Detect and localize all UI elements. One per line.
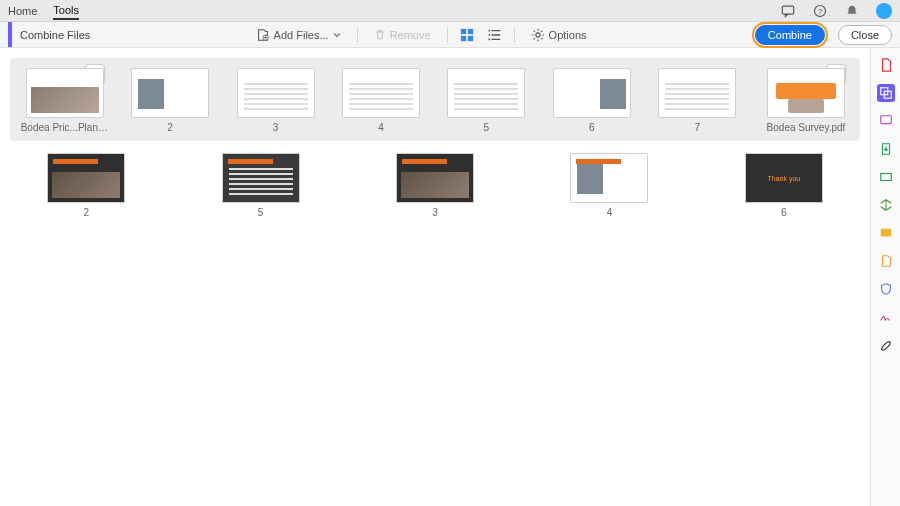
right-rail bbox=[870, 48, 900, 506]
remove-button: Remove bbox=[368, 27, 437, 43]
page-thumb bbox=[222, 153, 300, 203]
remove-label: Remove bbox=[390, 29, 431, 41]
doc2-label: Bodea Survey.pdf bbox=[767, 122, 846, 133]
help-icon[interactable]: ? bbox=[812, 3, 828, 19]
svg-point-9 bbox=[488, 34, 490, 36]
page-thumb bbox=[396, 153, 474, 203]
doc1-page-1[interactable]: ⋯ Bodea Pric...Plans.pptx bbox=[20, 68, 109, 133]
rail-redact-icon[interactable] bbox=[877, 336, 895, 354]
doc1-page-2[interactable]: 2 bbox=[125, 68, 214, 133]
menu-home[interactable]: Home bbox=[8, 3, 37, 19]
page-number: 4 bbox=[378, 122, 384, 133]
rail-sign-icon[interactable] bbox=[877, 308, 895, 326]
page-thumb bbox=[570, 153, 648, 203]
rail-export-icon[interactable] bbox=[877, 140, 895, 158]
doc1-page-5[interactable]: 5 bbox=[442, 68, 531, 133]
svg-rect-15 bbox=[880, 174, 891, 181]
combine-highlight: Combine bbox=[752, 22, 828, 48]
chevron-down-icon bbox=[333, 31, 341, 39]
page-number: 5 bbox=[484, 122, 490, 133]
add-files-label: Add Files... bbox=[274, 29, 329, 41]
page-thumb bbox=[131, 68, 209, 118]
rail-share-icon[interactable] bbox=[877, 252, 895, 270]
toolbar: Combine Files Add Files... Remove bbox=[0, 22, 900, 48]
svg-rect-5 bbox=[467, 28, 472, 33]
doc1-page-4[interactable]: 4 bbox=[336, 68, 425, 133]
add-files-icon bbox=[256, 28, 270, 42]
svg-rect-4 bbox=[460, 28, 465, 33]
rail-organize-icon[interactable] bbox=[877, 196, 895, 214]
doc2[interactable]: ⋯ Bodea Survey.pdf bbox=[762, 68, 850, 133]
loose-page-d[interactable]: 4 bbox=[533, 153, 685, 218]
page-number: 5 bbox=[258, 207, 264, 218]
comment-icon[interactable] bbox=[780, 3, 796, 19]
page-thumb bbox=[447, 68, 525, 118]
options-label: Options bbox=[549, 29, 587, 41]
page-number: 2 bbox=[167, 122, 173, 133]
doc1-pages: ⋯ Bodea Pric...Plans.pptx 2 3 4 5 6 7 bbox=[20, 68, 742, 133]
thumbnail-canvas: ⋯ Bodea Pric...Plans.pptx 2 3 4 5 6 7 ⋯ … bbox=[0, 48, 870, 506]
rail-comment-icon[interactable] bbox=[877, 112, 895, 130]
close-button[interactable]: Close bbox=[838, 25, 892, 45]
doc1-page-3[interactable]: 3 bbox=[231, 68, 320, 133]
page-thumb bbox=[658, 68, 736, 118]
page-thumb bbox=[767, 68, 845, 118]
avatar[interactable] bbox=[876, 3, 892, 19]
loose-pages-row: 2 5 3 4 Thank you6 bbox=[10, 153, 860, 218]
options-button[interactable]: Options bbox=[525, 26, 593, 44]
loose-page-c[interactable]: 3 bbox=[359, 153, 511, 218]
rail-scan-icon[interactable] bbox=[877, 168, 895, 186]
page-number: 4 bbox=[607, 207, 613, 218]
page-thumb bbox=[342, 68, 420, 118]
page-thumb: Thank you bbox=[745, 153, 823, 203]
add-files-button[interactable]: Add Files... bbox=[250, 26, 347, 44]
svg-rect-14 bbox=[880, 116, 891, 124]
rail-combine-icon[interactable] bbox=[877, 84, 895, 102]
svg-point-11 bbox=[536, 32, 540, 36]
rail-sticky-icon[interactable] bbox=[877, 224, 895, 242]
svg-rect-6 bbox=[460, 35, 465, 40]
svg-text:?: ? bbox=[818, 6, 823, 15]
page-number: 3 bbox=[273, 122, 279, 133]
page-thumb bbox=[47, 153, 125, 203]
combine-button[interactable]: Combine bbox=[755, 25, 825, 45]
gear-icon bbox=[531, 28, 545, 42]
file-group: ⋯ Bodea Pric...Plans.pptx 2 3 4 5 6 7 ⋯ … bbox=[10, 58, 860, 141]
view-list-button[interactable] bbox=[486, 26, 504, 44]
doc1-page-7[interactable]: 7 bbox=[653, 68, 742, 133]
svg-rect-16 bbox=[880, 229, 891, 237]
rail-protect-icon[interactable] bbox=[877, 280, 895, 298]
svg-point-10 bbox=[488, 38, 490, 40]
menubar: Home Tools ? bbox=[0, 0, 900, 22]
page-number: 6 bbox=[781, 207, 787, 218]
page-number: 6 bbox=[589, 122, 595, 133]
page-number: 3 bbox=[432, 207, 438, 218]
grid-icon bbox=[460, 28, 474, 42]
page-thumb bbox=[26, 68, 104, 118]
page-number: 2 bbox=[83, 207, 89, 218]
svg-point-8 bbox=[488, 29, 490, 31]
bell-icon[interactable] bbox=[844, 3, 860, 19]
loose-page-b[interactable]: 5 bbox=[184, 153, 336, 218]
view-grid-button[interactable] bbox=[458, 26, 476, 44]
tool-title: Combine Files bbox=[20, 29, 90, 41]
page-thumb bbox=[553, 68, 631, 118]
doc1-page-6[interactable]: 6 bbox=[547, 68, 636, 133]
rail-create-pdf-icon[interactable] bbox=[877, 56, 895, 74]
list-icon bbox=[488, 28, 502, 42]
loose-page-e[interactable]: Thank you6 bbox=[708, 153, 860, 218]
trash-icon bbox=[374, 29, 386, 41]
doc1-label: Bodea Pric...Plans.pptx bbox=[21, 122, 109, 133]
svg-rect-0 bbox=[782, 6, 793, 14]
menu-tools[interactable]: Tools bbox=[53, 2, 79, 20]
svg-rect-7 bbox=[467, 35, 472, 40]
loose-page-a[interactable]: 2 bbox=[10, 153, 162, 218]
page-thumb bbox=[237, 68, 315, 118]
page-number: 7 bbox=[694, 122, 700, 133]
